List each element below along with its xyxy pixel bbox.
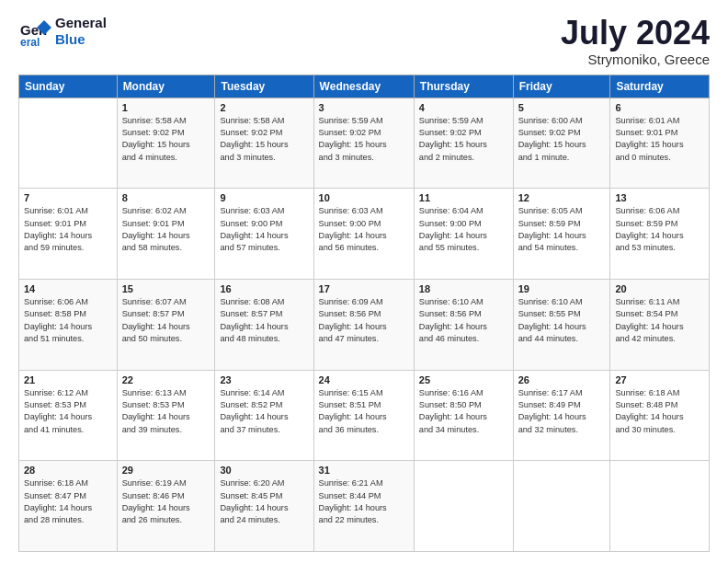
cell-info: Sunrise: 6:05 AM Sunset: 8:59 PM Dayligh… bbox=[518, 205, 606, 254]
cell-day-number: 2 bbox=[220, 102, 308, 113]
cell-day-number: 17 bbox=[319, 283, 409, 294]
cell-day-number: 7 bbox=[24, 192, 112, 203]
cell-info: Sunrise: 6:11 AM Sunset: 8:54 PM Dayligh… bbox=[615, 296, 704, 345]
cell-day-number: 26 bbox=[518, 374, 606, 385]
calendar-cell: 12Sunrise: 6:05 AM Sunset: 8:59 PM Dayli… bbox=[513, 189, 610, 280]
weekday-header: Friday bbox=[513, 75, 610, 98]
cell-info: Sunrise: 6:10 AM Sunset: 8:55 PM Dayligh… bbox=[518, 296, 606, 345]
cell-info: Sunrise: 5:59 AM Sunset: 9:02 PM Dayligh… bbox=[319, 115, 409, 164]
calendar-cell: 31Sunrise: 6:21 AM Sunset: 8:44 PM Dayli… bbox=[313, 461, 414, 552]
cell-info: Sunrise: 6:01 AM Sunset: 9:01 PM Dayligh… bbox=[615, 115, 704, 164]
header: Gen eral General Blue July 2024 Strymoni… bbox=[18, 15, 710, 67]
calendar-cell: 14Sunrise: 6:06 AM Sunset: 8:58 PM Dayli… bbox=[19, 279, 118, 370]
calendar-cell: 9Sunrise: 6:03 AM Sunset: 9:00 PM Daylig… bbox=[215, 189, 313, 280]
cell-day-number: 25 bbox=[419, 374, 508, 385]
cell-day-number: 11 bbox=[419, 192, 508, 203]
weekday-header: Sunday bbox=[19, 75, 118, 98]
cell-day-number: 14 bbox=[24, 283, 112, 294]
cell-info: Sunrise: 6:14 AM Sunset: 8:52 PM Dayligh… bbox=[220, 387, 308, 436]
weekday-header: Monday bbox=[117, 75, 215, 98]
calendar-cell: 13Sunrise: 6:06 AM Sunset: 8:59 PM Dayli… bbox=[610, 189, 710, 280]
cell-day-number: 16 bbox=[220, 283, 308, 294]
cell-info: Sunrise: 6:12 AM Sunset: 8:53 PM Dayligh… bbox=[24, 387, 112, 436]
weekday-header: Thursday bbox=[414, 75, 513, 98]
weekday-header: Tuesday bbox=[215, 75, 313, 98]
calendar-cell: 2Sunrise: 5:58 AM Sunset: 9:02 PM Daylig… bbox=[215, 98, 313, 189]
logo-icon: Gen eral bbox=[18, 15, 51, 48]
cell-day-number: 13 bbox=[615, 192, 704, 203]
calendar-table: SundayMondayTuesdayWednesdayThursdayFrid… bbox=[18, 75, 710, 552]
calendar-cell bbox=[19, 98, 118, 189]
calendar-cell: 19Sunrise: 6:10 AM Sunset: 8:55 PM Dayli… bbox=[513, 279, 610, 370]
location: Strymoniko, Greece bbox=[561, 52, 710, 67]
cell-day-number: 28 bbox=[24, 465, 112, 476]
cell-day-number: 30 bbox=[220, 465, 308, 476]
cell-day-number: 5 bbox=[518, 102, 606, 113]
cell-day-number: 6 bbox=[615, 102, 704, 113]
cell-info: Sunrise: 6:01 AM Sunset: 9:01 PM Dayligh… bbox=[24, 205, 112, 254]
calendar-cell bbox=[414, 461, 513, 552]
cell-info: Sunrise: 5:59 AM Sunset: 9:02 PM Dayligh… bbox=[419, 115, 508, 164]
calendar-cell: 5Sunrise: 6:00 AM Sunset: 9:02 PM Daylig… bbox=[513, 98, 610, 189]
cell-info: Sunrise: 6:15 AM Sunset: 8:51 PM Dayligh… bbox=[319, 387, 409, 436]
svg-text:eral: eral bbox=[20, 36, 40, 48]
cell-day-number: 24 bbox=[319, 374, 409, 385]
weekday-header: Saturday bbox=[610, 75, 710, 98]
calendar-cell bbox=[610, 461, 710, 552]
cell-info: Sunrise: 5:58 AM Sunset: 9:02 PM Dayligh… bbox=[122, 115, 210, 164]
cell-info: Sunrise: 6:13 AM Sunset: 8:53 PM Dayligh… bbox=[122, 387, 210, 436]
calendar-cell: 22Sunrise: 6:13 AM Sunset: 8:53 PM Dayli… bbox=[117, 370, 215, 461]
calendar-cell bbox=[513, 461, 610, 552]
cell-day-number: 22 bbox=[122, 374, 210, 385]
cell-info: Sunrise: 6:07 AM Sunset: 8:57 PM Dayligh… bbox=[122, 296, 210, 345]
calendar-cell: 27Sunrise: 6:18 AM Sunset: 8:48 PM Dayli… bbox=[610, 370, 710, 461]
cell-info: Sunrise: 6:03 AM Sunset: 9:00 PM Dayligh… bbox=[220, 205, 308, 254]
calendar-cell: 6Sunrise: 6:01 AM Sunset: 9:01 PM Daylig… bbox=[610, 98, 710, 189]
calendar-cell: 25Sunrise: 6:16 AM Sunset: 8:50 PM Dayli… bbox=[414, 370, 513, 461]
cell-info: Sunrise: 6:19 AM Sunset: 8:46 PM Dayligh… bbox=[122, 477, 210, 526]
cell-day-number: 27 bbox=[615, 374, 704, 385]
cell-info: Sunrise: 6:21 AM Sunset: 8:44 PM Dayligh… bbox=[319, 477, 409, 526]
calendar-cell: 15Sunrise: 6:07 AM Sunset: 8:57 PM Dayli… bbox=[117, 279, 215, 370]
calendar-cell: 11Sunrise: 6:04 AM Sunset: 9:00 PM Dayli… bbox=[414, 189, 513, 280]
calendar-week-row: 28Sunrise: 6:18 AM Sunset: 8:47 PM Dayli… bbox=[19, 461, 710, 552]
cell-day-number: 18 bbox=[419, 283, 508, 294]
title-block: July 2024 Strymoniko, Greece bbox=[561, 15, 710, 67]
calendar-cell: 17Sunrise: 6:09 AM Sunset: 8:56 PM Dayli… bbox=[313, 279, 414, 370]
calendar-cell: 20Sunrise: 6:11 AM Sunset: 8:54 PM Dayli… bbox=[610, 279, 710, 370]
cell-day-number: 3 bbox=[319, 102, 409, 113]
cell-day-number: 12 bbox=[518, 192, 606, 203]
cell-info: Sunrise: 6:18 AM Sunset: 8:47 PM Dayligh… bbox=[24, 477, 112, 526]
cell-day-number: 1 bbox=[122, 102, 210, 113]
cell-info: Sunrise: 6:18 AM Sunset: 8:48 PM Dayligh… bbox=[615, 387, 704, 436]
cell-info: Sunrise: 6:17 AM Sunset: 8:49 PM Dayligh… bbox=[518, 387, 606, 436]
cell-day-number: 10 bbox=[319, 192, 409, 203]
cell-info: Sunrise: 6:06 AM Sunset: 8:59 PM Dayligh… bbox=[615, 205, 704, 254]
cell-day-number: 21 bbox=[24, 374, 112, 385]
cell-day-number: 9 bbox=[220, 192, 308, 203]
calendar-cell: 4Sunrise: 5:59 AM Sunset: 9:02 PM Daylig… bbox=[414, 98, 513, 189]
cell-info: Sunrise: 6:09 AM Sunset: 8:56 PM Dayligh… bbox=[319, 296, 409, 345]
calendar-week-row: 1Sunrise: 5:58 AM Sunset: 9:02 PM Daylig… bbox=[19, 98, 710, 189]
calendar-page: Gen eral General Blue July 2024 Strymoni… bbox=[0, 0, 728, 563]
logo: Gen eral General Blue bbox=[18, 15, 107, 48]
calendar-cell: 3Sunrise: 5:59 AM Sunset: 9:02 PM Daylig… bbox=[313, 98, 414, 189]
logo-line2: Blue bbox=[55, 31, 107, 48]
header-row: SundayMondayTuesdayWednesdayThursdayFrid… bbox=[19, 75, 710, 98]
cell-info: Sunrise: 6:02 AM Sunset: 9:01 PM Dayligh… bbox=[122, 205, 210, 254]
cell-day-number: 20 bbox=[615, 283, 704, 294]
cell-day-number: 8 bbox=[122, 192, 210, 203]
cell-info: Sunrise: 6:16 AM Sunset: 8:50 PM Dayligh… bbox=[419, 387, 508, 436]
cell-day-number: 19 bbox=[518, 283, 606, 294]
calendar-cell: 24Sunrise: 6:15 AM Sunset: 8:51 PM Dayli… bbox=[313, 370, 414, 461]
calendar-cell: 26Sunrise: 6:17 AM Sunset: 8:49 PM Dayli… bbox=[513, 370, 610, 461]
cell-info: Sunrise: 6:03 AM Sunset: 9:00 PM Dayligh… bbox=[319, 205, 409, 254]
cell-info: Sunrise: 6:04 AM Sunset: 9:00 PM Dayligh… bbox=[419, 205, 508, 254]
weekday-header: Wednesday bbox=[313, 75, 414, 98]
month-year: July 2024 bbox=[561, 15, 710, 52]
cell-day-number: 29 bbox=[122, 465, 210, 476]
cell-day-number: 15 bbox=[122, 283, 210, 294]
calendar-week-row: 7Sunrise: 6:01 AM Sunset: 9:01 PM Daylig… bbox=[19, 189, 710, 280]
calendar-cell: 8Sunrise: 6:02 AM Sunset: 9:01 PM Daylig… bbox=[117, 189, 215, 280]
cell-day-number: 31 bbox=[319, 465, 409, 476]
